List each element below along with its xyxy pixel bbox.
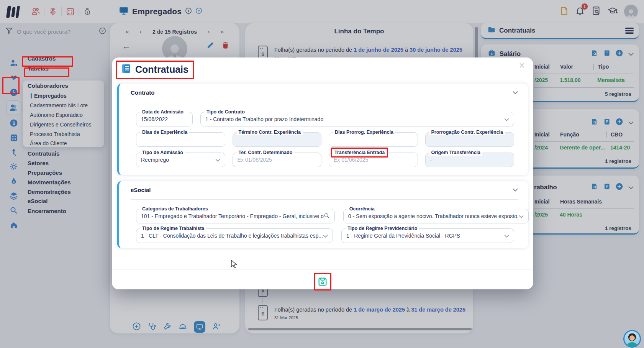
- search-icon[interactable]: [324, 213, 330, 220]
- tipo-admissao-select[interactable]: Tipo de Admissão Reemprego: [136, 153, 225, 167]
- origem-transferencia-field: Origem Transferência -: [425, 153, 515, 167]
- section-chevron-icon[interactable]: [513, 186, 518, 193]
- save-button[interactable]: [316, 275, 329, 288]
- mouse-cursor: [230, 260, 238, 271]
- chevron-down-icon: [504, 116, 509, 122]
- ocorrencia-select[interactable]: Ocorrência 0 - Sem exposição a agente no…: [343, 209, 529, 223]
- annotation-box-save: [314, 273, 331, 291]
- modal-title: Contratuais: [135, 64, 188, 75]
- contrato-section: Contrato Data de Admissão 15/06/2022 Tip…: [117, 84, 528, 175]
- annotation-box-colaboradores: [22, 56, 73, 67]
- dias-prorrog-experiencia-field[interactable]: Dias Prorrog. Experiência: [329, 132, 418, 147]
- assistant-avatar[interactable]: [623, 330, 641, 348]
- annotation-box-modal-title: Contratuais: [116, 61, 194, 79]
- dias-experiencia-field[interactable]: Dias de Experiência: [136, 132, 225, 147]
- close-icon[interactable]: ×: [519, 61, 525, 71]
- termino-contr-experiencia-field: Término Contr. Experiência: [233, 132, 322, 147]
- chevron-down-icon: [504, 233, 509, 239]
- prorrogacao-contr-experiencia-field: Prorrogação Contr. Experiência: [425, 132, 515, 147]
- modal-footer-divider: [112, 269, 533, 269]
- categorias-trabalhadores-field[interactable]: Categorias de Trabalhadores 101 - Empreg…: [136, 209, 335, 223]
- annotation-box-transferencia-entrada: Transferência Entrada: [331, 148, 388, 158]
- annotation-box-collaborators-icon: [2, 77, 20, 94]
- esocial-section: eSocial Categorias de Trabalhadores 101 …: [117, 181, 528, 248]
- contratuais-modal: × Contratuais Contrato Data de Admissão …: [112, 57, 533, 289]
- ter-contr-determinado-field[interactable]: Ter. Contr. Determinado: [233, 153, 322, 167]
- section-chevron-icon[interactable]: [513, 89, 518, 96]
- tipo-regime-previdenciario-select[interactable]: Tipo de Regime Previdenciário 1 - Regime…: [341, 228, 514, 243]
- tipo-contrato-select[interactable]: Tipo de Contrato 1 - Contrato de Trabalh…: [200, 112, 514, 126]
- data-admissao-field[interactable]: Data de Admissão 15/06/2022: [136, 112, 193, 126]
- contract-book-icon: [121, 64, 131, 75]
- transferencia-entrada-field[interactable]: Transferência Entrada: [329, 153, 418, 167]
- tipo-regime-trabalhista-select[interactable]: Tipo de Regime Trabalhista 1 - CLT - Con…: [136, 228, 333, 243]
- chevron-down-icon: [519, 213, 524, 219]
- chevron-down-icon: [323, 233, 328, 239]
- section-title: Contrato: [131, 89, 155, 96]
- chevron-down-icon: [215, 157, 220, 163]
- section-title: eSocial: [131, 187, 151, 193]
- annotation-box-empregados: [24, 67, 69, 77]
